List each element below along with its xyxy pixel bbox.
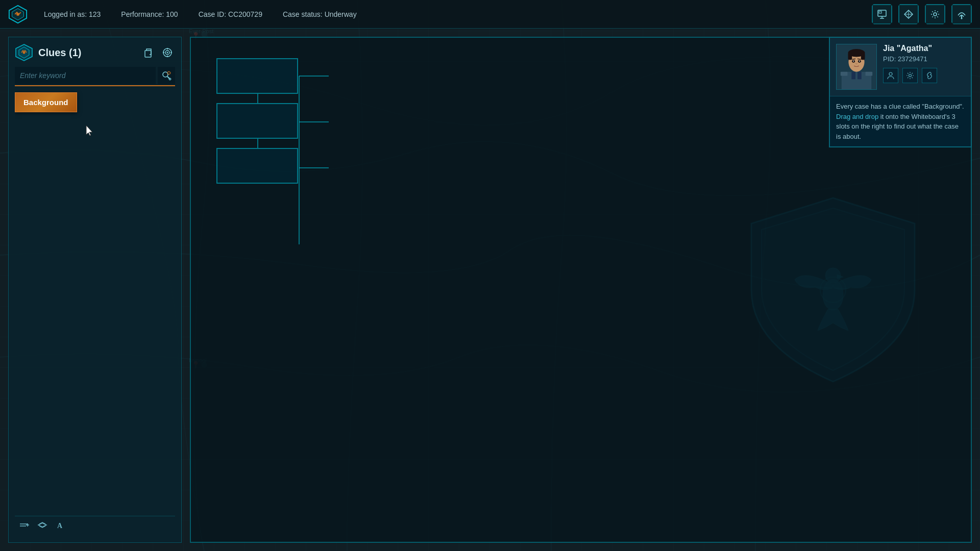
svg-rect-50 [866, 72, 873, 76]
svg-point-20 [23, 52, 26, 54]
svg-text:A: A [57, 522, 63, 530]
char-header: Jia "Agatha" PID: 23729471 [830, 38, 971, 96]
case-id-text: Case ID: CC200729 [199, 10, 262, 18]
char-gear-btn[interactable] [902, 68, 918, 83]
connector-v-1 [257, 94, 258, 103]
copy-icon-btn[interactable] [140, 45, 156, 60]
logged-in-text: Logged in as: 123 [44, 10, 101, 18]
header: Logged in as: 123 Performance: 100 Case … [0, 0, 980, 29]
char-pid: PID: 23729471 [883, 55, 965, 63]
search-row [15, 67, 175, 86]
svg-rect-21 [145, 51, 151, 57]
clues-logo [15, 43, 33, 62]
copy-icon [142, 47, 154, 58]
svg-rect-53 [848, 53, 852, 60]
flow-slot-2[interactable] [216, 103, 298, 139]
layers-icon [37, 520, 47, 530]
char-link-btn[interactable] [922, 68, 937, 83]
svg-point-16 [934, 13, 937, 16]
target-icon-btn[interactable] [160, 45, 175, 60]
svg-line-59 [852, 59, 855, 59]
svg-rect-47 [851, 72, 855, 80]
svg-text:Ever-Post: Ever-Post [189, 28, 213, 34]
avatar-image [837, 44, 876, 90]
header-info: Logged in as: 123 Performance: 100 Case … [44, 10, 357, 18]
char-name: Jia "Agatha" [883, 44, 965, 53]
add-icon [19, 520, 29, 530]
monitor-icon-btn[interactable] [872, 4, 892, 24]
char-profile-btn[interactable] [883, 68, 898, 83]
clues-header-icons [140, 45, 175, 60]
background-clue[interactable]: Background [15, 92, 77, 112]
svg-point-61 [889, 72, 892, 76]
svg-rect-54 [861, 53, 865, 60]
diamond-icon-btn[interactable] [898, 4, 919, 24]
clues-header: Clues (1) [15, 43, 175, 62]
char-description: Every case has a clue called "Background… [830, 96, 971, 146]
connector-v-2 [257, 139, 258, 148]
svg-point-17 [961, 17, 963, 19]
search-button[interactable] [158, 67, 175, 84]
svg-rect-12 [879, 11, 881, 13]
svg-point-29 [163, 72, 168, 77]
layers-toolbar-btn[interactable] [37, 520, 47, 533]
clues-toolbar: A [15, 516, 175, 536]
signal-icon-btn[interactable] [951, 4, 972, 24]
char-link-icon [925, 71, 934, 80]
shield-watermark [746, 193, 920, 387]
svg-point-58 [859, 61, 860, 62]
svg-point-57 [853, 61, 854, 62]
character-panel: Jia "Agatha" PID: 23729471 [829, 37, 972, 147]
text-icon: A [56, 520, 66, 530]
flow-connectors-svg [298, 58, 400, 262]
char-gear-icon [906, 71, 914, 80]
clues-title-area: Clues (1) [15, 43, 81, 62]
gear-icon [930, 9, 940, 19]
flow-slot-1[interactable] [216, 58, 298, 94]
svg-point-31 [169, 78, 171, 80]
target-icon [162, 47, 173, 58]
svg-rect-49 [841, 72, 848, 76]
clues-list: Background [15, 90, 175, 512]
search-icon [161, 70, 172, 81]
drag-drop-highlight: Drag and drop [836, 113, 878, 120]
svg-rect-48 [857, 72, 862, 80]
gear-icon-btn[interactable] [925, 4, 945, 24]
case-status-text: Case status: Underway [283, 10, 357, 18]
add-toolbar-btn[interactable] [19, 520, 29, 533]
performance-text: Performance: 100 [121, 10, 178, 18]
diamond-icon [903, 9, 914, 19]
monitor-icon [877, 9, 887, 19]
svg-point-62 [909, 74, 912, 77]
text-toolbar-btn[interactable]: A [56, 520, 66, 533]
clues-panel: Clues (1) [8, 37, 182, 543]
svg-point-24 [167, 52, 168, 54]
signal-icon [957, 9, 967, 19]
header-icons [872, 4, 972, 24]
flow-slot-3[interactable] [216, 148, 298, 184]
clues-title: Clues (1) [38, 47, 81, 59]
char-avatar [836, 44, 877, 90]
svg-point-38 [823, 280, 843, 310]
header-logo [8, 5, 28, 24]
char-action-icons [883, 68, 965, 83]
svg-point-8 [16, 13, 19, 16]
char-info: Jia "Agatha" PID: 23729471 [883, 44, 965, 83]
flowchart [216, 58, 298, 184]
svg-line-60 [857, 59, 861, 59]
search-input[interactable] [15, 67, 156, 84]
profile-icon [887, 71, 895, 80]
